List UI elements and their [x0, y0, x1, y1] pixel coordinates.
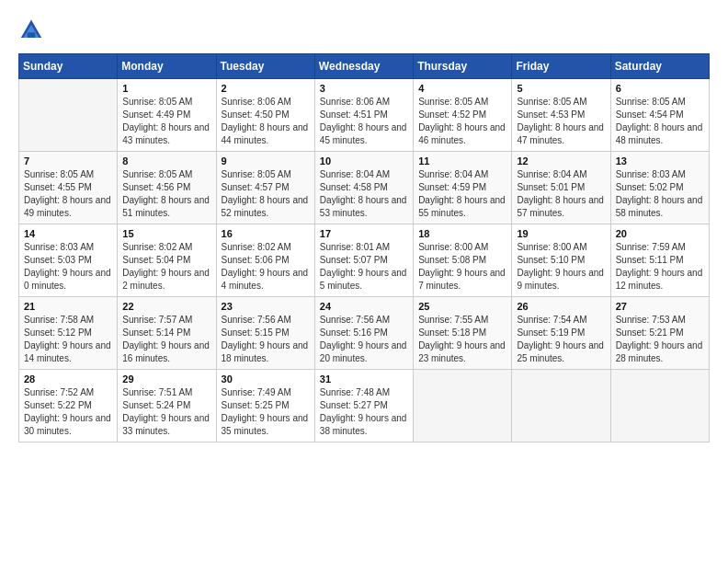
- calendar-cell: 12Sunrise: 8:04 AMSunset: 5:01 PMDayligh…: [512, 152, 610, 224]
- svg-rect-2: [28, 32, 35, 38]
- calendar-cell: 8Sunrise: 8:05 AMSunset: 4:56 PMDaylight…: [118, 152, 216, 224]
- day-number: 4: [418, 83, 506, 94]
- calendar-cell: 20Sunrise: 7:59 AMSunset: 5:11 PMDayligh…: [610, 224, 709, 297]
- logo-icon: [18, 18, 44, 44]
- calendar-table: SundayMondayTuesdayWednesdayThursdayFrid…: [18, 53, 710, 442]
- calendar-cell: 7Sunrise: 8:05 AMSunset: 4:55 PMDaylight…: [19, 152, 118, 224]
- logo: [18, 18, 48, 44]
- day-info: Sunrise: 8:01 AMSunset: 5:07 PMDaylight:…: [320, 241, 408, 293]
- calendar-week-row: 14Sunrise: 8:03 AMSunset: 5:03 PMDayligh…: [19, 224, 710, 297]
- day-info: Sunrise: 7:57 AMSunset: 5:14 PMDaylight:…: [122, 314, 210, 365]
- day-number: 23: [222, 301, 310, 312]
- day-number: 14: [24, 228, 112, 239]
- day-info: Sunrise: 7:48 AMSunset: 5:27 PMDaylight:…: [320, 386, 408, 438]
- calendar-cell: 26Sunrise: 7:54 AMSunset: 5:19 PMDayligh…: [512, 297, 610, 370]
- weekday-header: Saturday: [610, 54, 709, 79]
- calendar-cell: 17Sunrise: 8:01 AMSunset: 5:07 PMDayligh…: [314, 224, 413, 297]
- day-number: 10: [320, 155, 408, 167]
- day-number: 12: [517, 155, 605, 167]
- day-info: Sunrise: 8:00 AMSunset: 5:08 PMDaylight:…: [418, 241, 506, 293]
- day-number: 11: [418, 155, 506, 167]
- day-number: 7: [24, 155, 112, 167]
- day-info: Sunrise: 8:05 AMSunset: 4:57 PMDaylight:…: [222, 168, 310, 220]
- calendar-cell: 24Sunrise: 7:56 AMSunset: 5:16 PMDayligh…: [314, 297, 413, 370]
- day-info: Sunrise: 8:03 AMSunset: 5:03 PMDaylight:…: [24, 241, 112, 293]
- calendar-cell: 1Sunrise: 8:05 AMSunset: 4:49 PMDaylight…: [118, 79, 216, 152]
- day-info: Sunrise: 7:59 AMSunset: 5:11 PMDaylight:…: [616, 241, 704, 293]
- day-info: Sunrise: 7:53 AMSunset: 5:21 PMDaylight:…: [616, 314, 704, 365]
- calendar-cell: 18Sunrise: 8:00 AMSunset: 5:08 PMDayligh…: [414, 224, 512, 297]
- day-number: 3: [320, 83, 408, 94]
- day-info: Sunrise: 8:02 AMSunset: 5:04 PMDaylight:…: [122, 241, 210, 293]
- calendar-cell: 19Sunrise: 8:00 AMSunset: 5:10 PMDayligh…: [512, 224, 610, 297]
- calendar-cell: 21Sunrise: 7:58 AMSunset: 5:12 PMDayligh…: [19, 297, 118, 370]
- day-number: 27: [616, 301, 704, 312]
- day-number: 5: [517, 83, 605, 94]
- day-info: Sunrise: 7:52 AMSunset: 5:22 PMDaylight:…: [24, 386, 112, 438]
- calendar-cell: 6Sunrise: 8:05 AMSunset: 4:54 PMDaylight…: [610, 79, 709, 152]
- calendar-cell: 15Sunrise: 8:02 AMSunset: 5:04 PMDayligh…: [118, 224, 216, 297]
- day-number: 25: [418, 301, 506, 312]
- day-info: Sunrise: 8:04 AMSunset: 4:59 PMDaylight:…: [418, 168, 506, 220]
- calendar-week-row: 28Sunrise: 7:52 AMSunset: 5:22 PMDayligh…: [19, 370, 710, 442]
- day-number: 2: [222, 83, 310, 94]
- calendar-cell: [610, 370, 709, 442]
- calendar-week-row: 7Sunrise: 8:05 AMSunset: 4:55 PMDaylight…: [19, 152, 710, 224]
- day-info: Sunrise: 8:03 AMSunset: 5:02 PMDaylight:…: [616, 168, 704, 220]
- day-number: 9: [222, 155, 310, 167]
- day-info: Sunrise: 8:06 AMSunset: 4:51 PMDaylight:…: [320, 96, 408, 147]
- day-number: 15: [122, 228, 210, 239]
- calendar-cell: 9Sunrise: 8:05 AMSunset: 4:57 PMDaylight…: [216, 152, 314, 224]
- weekday-header: Tuesday: [216, 54, 314, 79]
- day-number: 26: [517, 301, 605, 312]
- calendar-cell: 13Sunrise: 8:03 AMSunset: 5:02 PMDayligh…: [610, 152, 709, 224]
- day-number: 30: [222, 373, 310, 385]
- calendar-cell: 30Sunrise: 7:49 AMSunset: 5:25 PMDayligh…: [216, 370, 314, 442]
- day-info: Sunrise: 7:56 AMSunset: 5:16 PMDaylight:…: [320, 314, 408, 365]
- day-info: Sunrise: 8:00 AMSunset: 5:10 PMDaylight:…: [517, 241, 605, 293]
- calendar-cell: 23Sunrise: 7:56 AMSunset: 5:15 PMDayligh…: [216, 297, 314, 370]
- calendar-cell: 29Sunrise: 7:51 AMSunset: 5:24 PMDayligh…: [118, 370, 216, 442]
- day-number: 28: [24, 373, 112, 385]
- calendar-cell: 3Sunrise: 8:06 AMSunset: 4:51 PMDaylight…: [314, 79, 413, 152]
- calendar-cell: 16Sunrise: 8:02 AMSunset: 5:06 PMDayligh…: [216, 224, 314, 297]
- weekday-header: Thursday: [414, 54, 512, 79]
- calendar-cell: 11Sunrise: 8:04 AMSunset: 4:59 PMDayligh…: [414, 152, 512, 224]
- day-number: 18: [418, 228, 506, 239]
- weekday-header-row: SundayMondayTuesdayWednesdayThursdayFrid…: [19, 54, 710, 79]
- day-number: 17: [320, 228, 408, 239]
- day-number: 19: [517, 228, 605, 239]
- day-info: Sunrise: 8:05 AMSunset: 4:53 PMDaylight:…: [517, 96, 605, 147]
- calendar-cell: 22Sunrise: 7:57 AMSunset: 5:14 PMDayligh…: [118, 297, 216, 370]
- day-info: Sunrise: 7:55 AMSunset: 5:18 PMDaylight:…: [418, 314, 506, 365]
- calendar-cell: 4Sunrise: 8:05 AMSunset: 4:52 PMDaylight…: [414, 79, 512, 152]
- calendar-cell: 10Sunrise: 8:04 AMSunset: 4:58 PMDayligh…: [314, 152, 413, 224]
- weekday-header: Sunday: [19, 54, 118, 79]
- day-number: 24: [320, 301, 408, 312]
- day-number: 6: [616, 83, 704, 94]
- day-number: 29: [122, 373, 210, 385]
- day-info: Sunrise: 7:54 AMSunset: 5:19 PMDaylight:…: [517, 314, 605, 365]
- day-info: Sunrise: 7:56 AMSunset: 5:15 PMDaylight:…: [222, 314, 310, 365]
- day-info: Sunrise: 8:04 AMSunset: 5:01 PMDaylight:…: [517, 168, 605, 220]
- calendar-cell: 31Sunrise: 7:48 AMSunset: 5:27 PMDayligh…: [314, 370, 413, 442]
- day-info: Sunrise: 7:49 AMSunset: 5:25 PMDaylight:…: [222, 386, 310, 438]
- calendar-cell: 25Sunrise: 7:55 AMSunset: 5:18 PMDayligh…: [414, 297, 512, 370]
- calendar-cell: 5Sunrise: 8:05 AMSunset: 4:53 PMDaylight…: [512, 79, 610, 152]
- day-info: Sunrise: 8:06 AMSunset: 4:50 PMDaylight:…: [222, 96, 310, 147]
- calendar-week-row: 21Sunrise: 7:58 AMSunset: 5:12 PMDayligh…: [19, 297, 710, 370]
- day-number: 31: [320, 373, 408, 385]
- day-number: 16: [222, 228, 310, 239]
- weekday-header: Friday: [512, 54, 610, 79]
- day-info: Sunrise: 8:05 AMSunset: 4:52 PMDaylight:…: [418, 96, 506, 147]
- weekday-header: Monday: [118, 54, 216, 79]
- day-number: 22: [122, 301, 210, 312]
- day-info: Sunrise: 7:51 AMSunset: 5:24 PMDaylight:…: [122, 386, 210, 438]
- day-number: 13: [616, 155, 704, 167]
- day-info: Sunrise: 8:05 AMSunset: 4:49 PMDaylight:…: [122, 96, 210, 147]
- day-number: 1: [122, 83, 210, 94]
- calendar-cell: 28Sunrise: 7:52 AMSunset: 5:22 PMDayligh…: [19, 370, 118, 442]
- calendar-cell: 2Sunrise: 8:06 AMSunset: 4:50 PMDaylight…: [216, 79, 314, 152]
- calendar-cell: [512, 370, 610, 442]
- day-number: 20: [616, 228, 704, 239]
